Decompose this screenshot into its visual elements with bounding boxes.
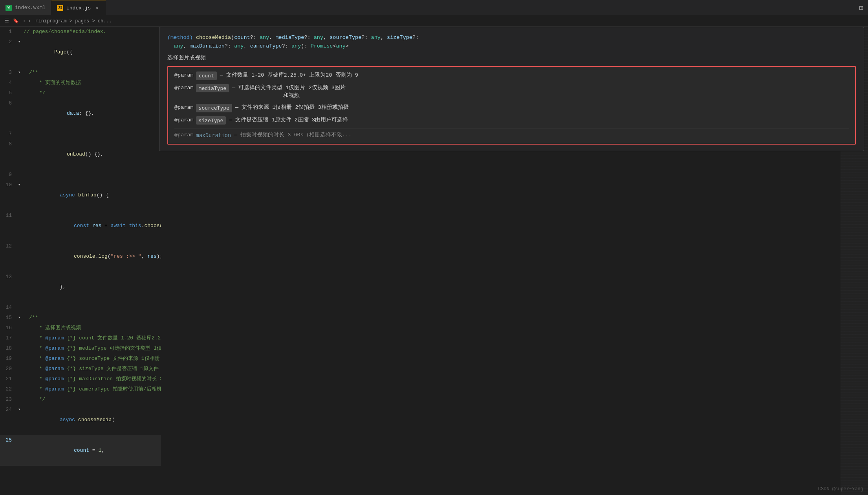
tab-wxml-label: index.wxml (15, 5, 46, 11)
table-row: 16 * 选择图片或视频 (0, 323, 161, 333)
table-row: 19 * @param {*} sourceType 文件的来源 1仅相册 2仅… (0, 354, 161, 364)
code-editor[interactable]: 1 // pages/chooseMedia/index. 2 ▾ Page({… (0, 27, 161, 495)
tab-bar: W index.wxml JS index.js ✕ ⊞ (0, 0, 868, 16)
breadcrumb-nav-back[interactable]: ☰ (5, 18, 9, 24)
tab-close-button[interactable]: ✕ (94, 5, 100, 11)
table-row: 22 * @param {*} cameraType 拍摄时使用前/后相机 1后… (0, 384, 161, 394)
wxml-icon: W (5, 5, 12, 11)
breadcrumb-arrow-right[interactable]: › (28, 18, 31, 24)
hover-param-sourcetype: @param sourceType — 文件的来源 1仅相册 2仅拍摄 3相册或… (174, 104, 849, 112)
table-row: 2 ▾ Page({ (0, 37, 161, 68)
tab-wxml[interactable]: W index.wxml (0, 0, 51, 15)
table-row: 10 ▾ async btnTap() { (0, 180, 161, 211)
hover-params-box: @param count — 文件数量 1-20 基础库2.25.0+ 上限为2… (167, 66, 856, 145)
hover-param-mediatype: @param mediaType — 可选择的文件类型 1仅图片 2仅视频 3图… (174, 84, 849, 100)
watermark: CSDN @super~Yang (818, 486, 863, 492)
main-area: 1 // pages/chooseMedia/index. 2 ▾ Page({… (0, 27, 868, 495)
table-row: 7 (0, 129, 161, 139)
tab-js-label: index.js (66, 5, 91, 11)
breadcrumb: ☰ 🔖 ‹ › miniprogram > pages > ch... (0, 16, 868, 27)
table-row: 12 console.log("res :>> ", res); (0, 241, 161, 272)
hover-tooltip-panel: (method) chooseMedia(count?: any, mediaT… (159, 27, 864, 151)
table-row: 9 (0, 170, 161, 180)
breadcrumb-arrow-left[interactable]: ‹ (23, 18, 26, 24)
table-row: 3 ▾ /** (0, 68, 161, 78)
js-icon: JS (57, 5, 63, 11)
table-row: 20 * @param {*} sizeType 文件是否压缩 1原文件 2压缩… (0, 364, 161, 374)
table-row: 24 ▾ async chooseMedia( (0, 405, 161, 435)
table-row: 21 * @param {*} maxDuration 拍摄时视频的时长 3-6… (0, 374, 161, 384)
code-lines: 1 // pages/chooseMedia/index. 2 ▾ Page({… (0, 27, 161, 466)
hover-param-sizetype: @param sizeType — 文件是否压缩 1原文件 2压缩 3由用户可选… (174, 116, 849, 125)
layout-toggle-button[interactable]: ⊞ (854, 4, 868, 12)
table-row: 25 count = 1, (0, 435, 161, 466)
table-row: 1 // pages/chooseMedia/index. (0, 27, 161, 37)
breadcrumb-bookmark: 🔖 (13, 18, 19, 24)
table-row: 13 }, (0, 272, 161, 302)
table-row: 14 (0, 302, 161, 313)
hover-param-count: @param count — 文件数量 1-20 基础库2.25.0+ 上限为2… (174, 72, 849, 80)
table-row: 17 * @param {*} count 文件数量 1-20 基础库2.25.… (0, 333, 161, 343)
table-row: 18 * @param {*} mediaType 可选择的文件类型 1仅图片 … (0, 343, 161, 354)
hover-signature: (method) chooseMedia(count?: any, mediaT… (167, 33, 856, 50)
table-row: 6 data: {}, (0, 98, 161, 129)
table-row: 5 */ (0, 88, 161, 98)
breadcrumb-path: miniprogram > pages > ch... (35, 18, 112, 24)
table-row: 4 * 页面的初始数据 (0, 78, 161, 88)
hover-param-maxduration: @param maxDuration — 拍摄时视频的时长 3-60s（相册选择… (174, 128, 849, 139)
table-row: 23 */ (0, 394, 161, 405)
hover-title: 选择图片或视频 (167, 54, 856, 61)
table-row: 11 const res = await this.chooseMedia(10… (0, 211, 161, 241)
table-row: 8 onLoad() {}, (0, 139, 161, 170)
table-row: 15 ▾ /** (0, 313, 161, 323)
tab-js[interactable]: JS index.js ✕ (51, 0, 106, 15)
